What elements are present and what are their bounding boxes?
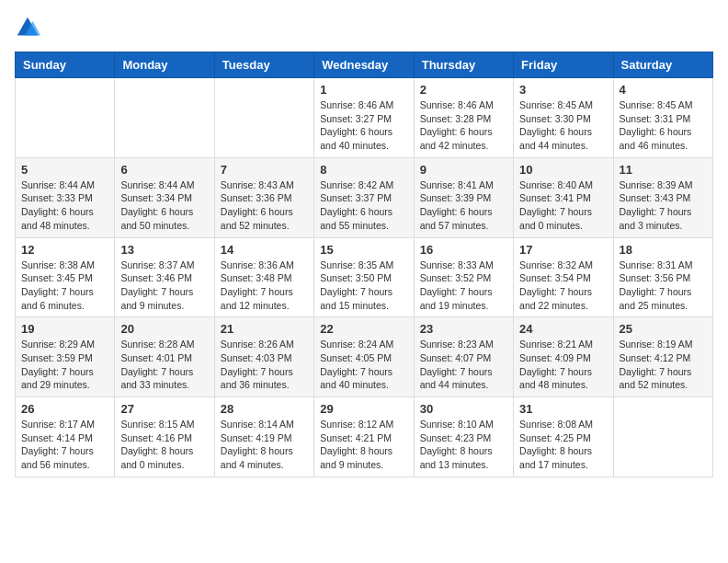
day-info: Sunrise: 8:39 AM Sunset: 3:43 PM Dayligh… <box>620 178 707 233</box>
day-header: Wednesday <box>314 52 414 78</box>
calendar-cell: 13Sunrise: 8:37 AM Sunset: 3:46 PM Dayli… <box>115 237 214 317</box>
day-number: 20 <box>120 322 208 336</box>
calendar-cell: 30Sunrise: 8:10 AM Sunset: 4:23 PM Dayli… <box>414 397 513 477</box>
calendar-cell: 11Sunrise: 8:39 AM Sunset: 3:43 PM Dayli… <box>613 157 712 237</box>
day-info: Sunrise: 8:19 AM Sunset: 4:12 PM Dayligh… <box>620 338 707 392</box>
day-header: Thursday <box>414 52 513 78</box>
day-number: 26 <box>21 402 108 416</box>
calendar-cell <box>115 78 214 158</box>
day-info: Sunrise: 8:35 AM Sunset: 3:50 PM Dayligh… <box>320 259 407 313</box>
day-info: Sunrise: 8:45 AM Sunset: 3:31 PM Dayligh… <box>620 98 707 153</box>
day-header: Saturday <box>613 52 712 78</box>
day-info: Sunrise: 8:10 AM Sunset: 4:23 PM Dayligh… <box>420 418 507 472</box>
day-info: Sunrise: 8:44 AM Sunset: 3:34 PM Dayligh… <box>120 178 208 233</box>
day-number: 17 <box>519 243 607 257</box>
day-number: 25 <box>620 322 707 336</box>
calendar-cell: 16Sunrise: 8:33 AM Sunset: 3:52 PM Dayli… <box>414 237 513 317</box>
calendar-cell: 19Sunrise: 8:29 AM Sunset: 3:59 PM Dayli… <box>16 317 115 397</box>
day-info: Sunrise: 8:15 AM Sunset: 4:16 PM Dayligh… <box>120 418 208 472</box>
day-info: Sunrise: 8:43 AM Sunset: 3:36 PM Dayligh… <box>221 178 308 233</box>
day-number: 16 <box>420 243 507 257</box>
day-number: 30 <box>420 402 507 416</box>
day-number: 19 <box>21 322 108 336</box>
day-info: Sunrise: 8:28 AM Sunset: 4:01 PM Dayligh… <box>120 338 208 392</box>
day-number: 15 <box>320 243 407 257</box>
calendar-cell: 1Sunrise: 8:46 AM Sunset: 3:27 PM Daylig… <box>314 78 414 158</box>
calendar-cell: 31Sunrise: 8:08 AM Sunset: 4:25 PM Dayli… <box>514 397 613 477</box>
day-number: 11 <box>620 163 707 177</box>
day-info: Sunrise: 8:44 AM Sunset: 3:33 PM Dayligh… <box>21 178 108 233</box>
calendar-cell: 25Sunrise: 8:19 AM Sunset: 4:12 PM Dayli… <box>613 317 712 397</box>
day-info: Sunrise: 8:17 AM Sunset: 4:14 PM Dayligh… <box>21 418 108 472</box>
day-number: 27 <box>120 402 208 416</box>
day-number: 18 <box>620 243 707 257</box>
day-info: Sunrise: 8:24 AM Sunset: 4:05 PM Dayligh… <box>320 338 407 392</box>
calendar-cell: 7Sunrise: 8:43 AM Sunset: 3:36 PM Daylig… <box>214 157 313 237</box>
day-number: 13 <box>120 243 208 257</box>
day-number: 29 <box>320 402 407 416</box>
day-info: Sunrise: 8:08 AM Sunset: 4:25 PM Dayligh… <box>519 418 607 472</box>
day-number: 31 <box>519 402 607 416</box>
day-number: 6 <box>120 163 208 177</box>
day-number: 12 <box>21 243 108 257</box>
day-info: Sunrise: 8:14 AM Sunset: 4:19 PM Dayligh… <box>221 418 308 472</box>
calendar-cell: 6Sunrise: 8:44 AM Sunset: 3:34 PM Daylig… <box>115 157 214 237</box>
calendar-cell: 2Sunrise: 8:46 AM Sunset: 3:28 PM Daylig… <box>414 78 513 158</box>
calendar-header-row: SundayMondayTuesdayWednesdayThursdayFrid… <box>16 52 713 78</box>
day-info: Sunrise: 8:41 AM Sunset: 3:39 PM Dayligh… <box>420 178 507 233</box>
day-info: Sunrise: 8:38 AM Sunset: 3:45 PM Dayligh… <box>21 259 108 313</box>
day-header: Sunday <box>16 52 115 78</box>
day-number: 8 <box>320 163 407 177</box>
logo <box>15 15 44 40</box>
logo-icon <box>15 15 40 40</box>
day-info: Sunrise: 8:31 AM Sunset: 3:56 PM Dayligh… <box>620 259 707 313</box>
day-number: 5 <box>21 163 108 177</box>
day-number: 28 <box>221 402 308 416</box>
day-number: 9 <box>420 163 507 177</box>
calendar-week-row: 12Sunrise: 8:38 AM Sunset: 3:45 PM Dayli… <box>16 237 713 317</box>
calendar-cell: 20Sunrise: 8:28 AM Sunset: 4:01 PM Dayli… <box>115 317 214 397</box>
day-number: 1 <box>320 83 407 97</box>
calendar-cell: 4Sunrise: 8:45 AM Sunset: 3:31 PM Daylig… <box>613 78 712 158</box>
calendar-week-row: 1Sunrise: 8:46 AM Sunset: 3:27 PM Daylig… <box>16 78 713 158</box>
day-number: 23 <box>420 322 507 336</box>
calendar-cell: 12Sunrise: 8:38 AM Sunset: 3:45 PM Dayli… <box>16 237 115 317</box>
day-header: Tuesday <box>214 52 313 78</box>
calendar-cell: 14Sunrise: 8:36 AM Sunset: 3:48 PM Dayli… <box>214 237 313 317</box>
day-info: Sunrise: 8:32 AM Sunset: 3:54 PM Dayligh… <box>519 259 607 313</box>
day-number: 22 <box>320 322 407 336</box>
calendar-cell: 27Sunrise: 8:15 AM Sunset: 4:16 PM Dayli… <box>115 397 214 477</box>
day-info: Sunrise: 8:37 AM Sunset: 3:46 PM Dayligh… <box>120 259 208 313</box>
day-header: Monday <box>115 52 214 78</box>
calendar-cell: 18Sunrise: 8:31 AM Sunset: 3:56 PM Dayli… <box>613 237 712 317</box>
calendar-week-row: 26Sunrise: 8:17 AM Sunset: 4:14 PM Dayli… <box>16 397 713 477</box>
day-info: Sunrise: 8:29 AM Sunset: 3:59 PM Dayligh… <box>21 338 108 392</box>
calendar-cell: 3Sunrise: 8:45 AM Sunset: 3:30 PM Daylig… <box>514 78 613 158</box>
day-info: Sunrise: 8:42 AM Sunset: 3:37 PM Dayligh… <box>320 178 407 233</box>
day-number: 4 <box>620 83 707 97</box>
day-info: Sunrise: 8:23 AM Sunset: 4:07 PM Dayligh… <box>420 338 507 392</box>
day-info: Sunrise: 8:36 AM Sunset: 3:48 PM Dayligh… <box>221 259 308 313</box>
day-info: Sunrise: 8:21 AM Sunset: 4:09 PM Dayligh… <box>519 338 607 392</box>
day-info: Sunrise: 8:46 AM Sunset: 3:28 PM Dayligh… <box>420 98 507 153</box>
day-number: 3 <box>519 83 607 97</box>
calendar-cell <box>214 78 313 158</box>
calendar-cell: 15Sunrise: 8:35 AM Sunset: 3:50 PM Dayli… <box>314 237 414 317</box>
day-info: Sunrise: 8:40 AM Sunset: 3:41 PM Dayligh… <box>519 178 607 233</box>
calendar-cell: 5Sunrise: 8:44 AM Sunset: 3:33 PM Daylig… <box>16 157 115 237</box>
day-number: 14 <box>221 243 308 257</box>
day-number: 2 <box>420 83 507 97</box>
calendar-cell: 29Sunrise: 8:12 AM Sunset: 4:21 PM Dayli… <box>314 397 414 477</box>
day-number: 7 <box>221 163 308 177</box>
day-info: Sunrise: 8:45 AM Sunset: 3:30 PM Dayligh… <box>519 98 607 153</box>
day-number: 10 <box>519 163 607 177</box>
day-header: Friday <box>514 52 613 78</box>
calendar-cell: 28Sunrise: 8:14 AM Sunset: 4:19 PM Dayli… <box>214 397 313 477</box>
page-header <box>15 15 713 40</box>
calendar-cell: 8Sunrise: 8:42 AM Sunset: 3:37 PM Daylig… <box>314 157 414 237</box>
day-info: Sunrise: 8:12 AM Sunset: 4:21 PM Dayligh… <box>320 418 407 472</box>
calendar-week-row: 5Sunrise: 8:44 AM Sunset: 3:33 PM Daylig… <box>16 157 713 237</box>
calendar-cell: 9Sunrise: 8:41 AM Sunset: 3:39 PM Daylig… <box>414 157 513 237</box>
calendar-cell: 10Sunrise: 8:40 AM Sunset: 3:41 PM Dayli… <box>514 157 613 237</box>
calendar-cell: 23Sunrise: 8:23 AM Sunset: 4:07 PM Dayli… <box>414 317 513 397</box>
